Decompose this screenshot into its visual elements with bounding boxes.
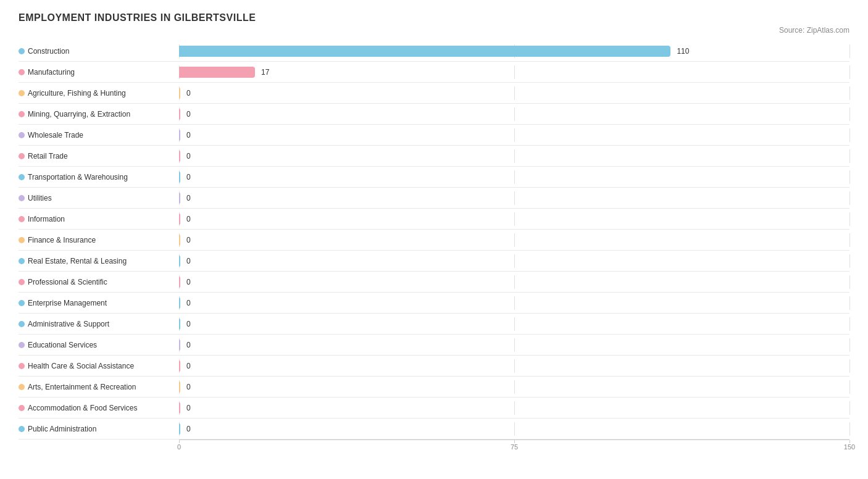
color-dot [19, 258, 25, 264]
bar-value-label: 0 [186, 341, 191, 349]
source-label: Source: ZipAtlas.com [19, 26, 849, 35]
bar-row: Real Estate, Rental & Leasing0 [19, 251, 849, 272]
bar-row: Arts, Entertainment & Recreation0 [19, 377, 849, 398]
bar-row: Professional & Scientific0 [19, 272, 849, 293]
bar-label: Educational Services [19, 341, 179, 349]
bar-area: 110 [179, 44, 849, 58]
chart-title: EMPLOYMENT INDUSTRIES IN GILBERTSVILLE [19, 12, 849, 23]
bar-label: Information [19, 215, 179, 223]
bar-label: Utilities [19, 194, 179, 202]
color-dot [19, 279, 25, 285]
x-axis-tick: 75 [511, 443, 518, 451]
bar-row: Administrative & Support0 [19, 314, 849, 335]
x-axis-tick: 150 [844, 443, 855, 451]
bar-area: 0 [179, 359, 849, 373]
bar [179, 256, 180, 267]
bar-value-label: 0 [186, 299, 191, 307]
color-dot [19, 216, 25, 222]
bar [179, 277, 180, 288]
bar-value-label: 0 [186, 362, 191, 370]
bar [179, 319, 180, 330]
bar-value-label: 0 [186, 383, 191, 391]
bar-label: Public Administration [19, 425, 179, 433]
bar-value-label: 0 [186, 320, 191, 328]
bar-row: Agriculture, Fishing & Hunting0 [19, 83, 849, 104]
bar-area: 0 [179, 212, 849, 226]
bar-value-label: 110 [677, 47, 689, 56]
bar-label: Finance & Insurance [19, 236, 179, 244]
color-dot [19, 195, 25, 201]
bar-row: Wholesale Trade0 [19, 125, 849, 146]
color-dot [19, 174, 25, 180]
x-axis-container: 075150 [179, 439, 849, 457]
bar-label: Wholesale Trade [19, 131, 179, 140]
bar-value-label: 0 [186, 152, 191, 160]
bar [179, 298, 180, 309]
bar-area: 0 [179, 233, 849, 247]
bar [179, 130, 180, 141]
bar-row: Finance & Insurance0 [19, 230, 849, 251]
bar-area: 0 [179, 170, 849, 184]
bar-value-label: 0 [186, 89, 191, 98]
bar-area: 0 [179, 254, 849, 268]
bar-row: Mining, Quarrying, & Extraction0 [19, 104, 849, 125]
bar-row: Accommodation & Food Services0 [19, 398, 849, 419]
bar-value-label: 0 [186, 425, 191, 433]
bar-row: Public Administration0 [19, 419, 849, 439]
bar-area: 0 [179, 296, 849, 310]
bar-row: Transportation & Warehousing0 [19, 167, 849, 188]
bar-label: Construction [19, 47, 179, 56]
bar-label: Professional & Scientific [19, 278, 179, 286]
chart-container: Construction110Manufacturing17Agricultur… [19, 41, 849, 439]
bar [179, 67, 255, 78]
bar [179, 235, 180, 246]
color-dot [19, 132, 25, 138]
bar-value-label: 0 [186, 404, 191, 412]
bar-row: Health Care & Social Assistance0 [19, 356, 849, 377]
bar-label: Accommodation & Food Services [19, 404, 179, 412]
bar-value-label: 0 [186, 236, 191, 244]
bar-value-label: 0 [186, 110, 191, 119]
bar-value-label: 0 [186, 173, 191, 181]
color-dot [19, 111, 25, 117]
bar-label: Real Estate, Rental & Leasing [19, 257, 179, 265]
bar-value-label: 0 [186, 257, 191, 265]
bar-label: Administrative & Support [19, 320, 179, 328]
bar-row: Construction110 [19, 41, 849, 62]
bar [179, 402, 180, 414]
bar-area: 0 [179, 380, 849, 394]
color-dot [19, 363, 25, 369]
color-dot [19, 153, 25, 159]
bar-row: Retail Trade0 [19, 146, 849, 167]
bar [179, 339, 180, 351]
bar [179, 214, 180, 225]
bar-area: 0 [179, 86, 849, 100]
bar-label: Health Care & Social Assistance [19, 362, 179, 370]
bar-value-label: 0 [186, 131, 191, 140]
x-axis-tick: 0 [177, 443, 181, 451]
bar [179, 151, 180, 162]
bar-label: Arts, Entertainment & Recreation [19, 383, 179, 391]
bar-label: Enterprise Management [19, 299, 179, 307]
bar-area: 0 [179, 275, 849, 289]
bar-area: 0 [179, 422, 849, 436]
bar-label: Agriculture, Fishing & Hunting [19, 89, 179, 98]
bar-row: Utilities0 [19, 188, 849, 209]
color-dot [19, 48, 25, 54]
bar [179, 46, 670, 57]
color-dot [19, 300, 25, 306]
bar-area: 0 [179, 338, 849, 352]
bar-value-label: 0 [186, 278, 191, 286]
color-dot [19, 342, 25, 348]
bar-value-label: 17 [261, 68, 269, 77]
bar [179, 381, 180, 393]
color-dot [19, 321, 25, 327]
bar-area: 0 [179, 149, 849, 163]
bar-row: Manufacturing17 [19, 62, 849, 83]
bar-area: 0 [179, 317, 849, 331]
bar [179, 423, 180, 435]
bar-area: 0 [179, 107, 849, 121]
bar-area: 0 [179, 128, 849, 142]
bar-area: 0 [179, 191, 849, 205]
bar-label: Mining, Quarrying, & Extraction [19, 110, 179, 119]
